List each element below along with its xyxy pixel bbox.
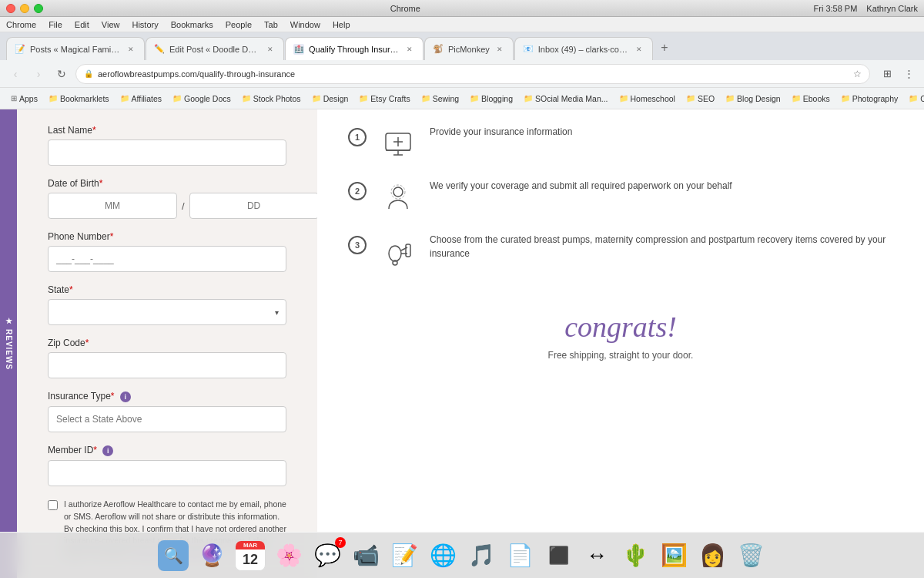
toolbar-icons: ⊞ ⋮ bbox=[878, 65, 918, 83]
dock-terminal[interactable]: ⬛ bbox=[541, 539, 575, 573]
menu-tab[interactable]: Tab bbox=[264, 20, 278, 29]
dock-chrome[interactable]: 🌐 bbox=[426, 539, 460, 573]
menu-help[interactable]: Help bbox=[333, 20, 350, 29]
menu-file[interactable]: File bbox=[49, 20, 62, 29]
reload-button[interactable]: ↻ bbox=[52, 65, 71, 83]
url-bar[interactable]: 🔒 aeroflowbreastpumps.com/qualify-throug… bbox=[75, 64, 870, 84]
lock-icon: 🔒 bbox=[84, 69, 93, 78]
svg-text:🔍: 🔍 bbox=[164, 546, 183, 565]
dock-spotify[interactable]: 🎵 bbox=[464, 539, 498, 573]
dock-siri[interactable]: 🔮 bbox=[195, 539, 229, 573]
step-2: 2 We verify your coverage and submit all… bbox=[348, 179, 893, 217]
menu-view[interactable]: View bbox=[102, 20, 120, 29]
consent-checkbox[interactable] bbox=[48, 500, 58, 510]
bookmark-affiliates[interactable]: 📁 Affiliates bbox=[116, 92, 167, 106]
last-name-input[interactable] bbox=[48, 139, 286, 166]
bookmark-apps[interactable]: ⊞ Apps bbox=[6, 92, 42, 106]
tab-inbox[interactable]: 📧 Inbox (49) – clarks·condensed ✕ bbox=[514, 37, 653, 60]
menu-bookmarks[interactable]: Bookmarks bbox=[171, 20, 213, 29]
bookmark-star-icon[interactable]: ☆ bbox=[853, 69, 862, 79]
reviews-tab[interactable]: ★ REVIEWS bbox=[0, 109, 17, 578]
folder-icon-12: 📁 bbox=[725, 94, 735, 102]
bookmark-ebooks[interactable]: 📁 Ebooks bbox=[787, 92, 835, 106]
tab-close-inbox[interactable]: ✕ bbox=[634, 44, 644, 55]
tab-close-edit[interactable]: ✕ bbox=[265, 44, 276, 55]
folder-icon-2: 📁 bbox=[120, 94, 129, 102]
tab-label-picmonkey: PicMonkey bbox=[448, 45, 490, 54]
tab-picmonkey[interactable]: 🐒 PicMonkey ✕ bbox=[424, 37, 514, 60]
insurance-info-icon[interactable]: i bbox=[120, 391, 131, 402]
new-tab-button[interactable]: + bbox=[654, 37, 675, 59]
zip-input[interactable] bbox=[48, 352, 286, 378]
dob-month-input[interactable] bbox=[48, 193, 177, 219]
folder-icon-8: 📁 bbox=[470, 94, 479, 102]
bookmark-homeschool[interactable]: 📁 Homeschool bbox=[614, 92, 680, 106]
tab-label-edit: Edit Post « Doodle Dogs 101 – bbox=[169, 45, 260, 54]
insurance-type-input[interactable] bbox=[48, 406, 286, 432]
tab-favicon-inbox: 📧 bbox=[523, 44, 534, 55]
bookmark-sewing[interactable]: 📁 Sewing bbox=[417, 92, 464, 106]
tab-close-qualify[interactable]: ✕ bbox=[404, 44, 415, 55]
zip-label: Zip Code* bbox=[48, 338, 286, 348]
dock-finder[interactable]: 🔍 bbox=[156, 539, 190, 573]
dock-profile[interactable]: 👩 bbox=[695, 539, 729, 573]
dock-facetime[interactable]: 📹 bbox=[349, 539, 383, 573]
tab-favicon-edit: ✏️ bbox=[154, 44, 165, 55]
bookmark-seo[interactable]: 📁 SEO bbox=[681, 92, 719, 106]
dock-bar: 🔍 🔮 MAR 12 🌸 💬 7 📹 📝 🌐 🎵 📄 ⬛ ↔️ 🌵 🖼️ 👩 🗑… bbox=[0, 532, 924, 578]
step-3-text: Choose from the curated breast pumps, ma… bbox=[430, 233, 893, 260]
time-display: Fri 3:58 PM bbox=[814, 4, 858, 13]
dock-notes[interactable]: 📝 bbox=[387, 539, 421, 573]
tab-close-posts[interactable]: ✕ bbox=[126, 44, 136, 55]
step-2-text: We verify your coverage and submit all r… bbox=[430, 179, 893, 193]
reviews-star-icon: ★ bbox=[5, 317, 13, 326]
dock-trash[interactable]: 🗑️ bbox=[734, 539, 768, 573]
bookmark-blogging[interactable]: 📁 Blogging bbox=[465, 92, 517, 106]
bookmark-photography[interactable]: 📁 Photography bbox=[836, 92, 903, 106]
required-star-dob: * bbox=[99, 178, 103, 189]
breast-pump-icon bbox=[381, 235, 415, 269]
tab-close-picmonkey[interactable]: ✕ bbox=[494, 44, 505, 55]
bookmark-design[interactable]: 📁 Design bbox=[307, 92, 353, 106]
dock-reflector[interactable]: ↔️ bbox=[580, 539, 614, 573]
bookmark-etsy[interactable]: 📁 Etsy Crafts bbox=[354, 92, 414, 106]
forward-button[interactable]: › bbox=[29, 65, 48, 83]
bookmark-stock-photos[interactable]: 📁 Stock Photos bbox=[237, 92, 306, 106]
menu-history[interactable]: History bbox=[132, 20, 158, 29]
bookmark-other[interactable]: 📁 Other Bookmarks bbox=[904, 92, 924, 106]
tab-favicon-posts: 📝 bbox=[15, 44, 25, 55]
bookmark-social[interactable]: 📁 SOcial Media Man... bbox=[519, 92, 613, 106]
phone-input[interactable] bbox=[48, 246, 286, 272]
dock-photo-viewer[interactable]: 🖼️ bbox=[657, 539, 691, 573]
member-id-input[interactable] bbox=[48, 460, 286, 486]
url-text: aeroflowbreastpumps.com/qualify-through-… bbox=[98, 69, 849, 79]
congrats-section: congrats! Free shipping, straight to you… bbox=[348, 294, 893, 376]
dock-cactus[interactable]: 🌵 bbox=[618, 539, 652, 573]
congrats-title: congrats! bbox=[348, 310, 893, 344]
folder-icon-5: 📁 bbox=[312, 94, 321, 102]
dob-inputs: / / bbox=[48, 193, 286, 219]
tab-label-posts: Posts « Magical Family Travel · bbox=[30, 45, 121, 54]
dock-calendar[interactable]: MAR 12 bbox=[233, 539, 267, 573]
bookmark-bookmarklets[interactable]: 📁 Bookmarklets bbox=[44, 92, 114, 106]
dock-messages[interactable]: 💬 7 bbox=[310, 539, 344, 573]
menu-icon[interactable]: ⋮ bbox=[899, 65, 918, 83]
dob-day-input[interactable] bbox=[189, 193, 317, 219]
menu-chrome[interactable]: Chrome bbox=[6, 20, 36, 29]
extensions-icon[interactable]: ⊞ bbox=[878, 65, 896, 83]
member-id-info-icon[interactable]: i bbox=[102, 445, 113, 456]
folder-icon-6: 📁 bbox=[359, 94, 368, 102]
state-select[interactable] bbox=[48, 299, 286, 325]
tab-qualify[interactable]: 🏥 Qualify Through Insurance ✕ bbox=[285, 37, 424, 60]
back-button[interactable]: ‹ bbox=[6, 65, 25, 83]
tab-posts[interactable]: 📝 Posts « Magical Family Travel · ✕ bbox=[6, 37, 145, 60]
tab-edit[interactable]: ✏️ Edit Post « Doodle Dogs 101 – ✕ bbox=[146, 37, 284, 60]
menu-window[interactable]: Window bbox=[290, 20, 320, 29]
menu-people[interactable]: People bbox=[226, 20, 252, 29]
bookmark-google-docs[interactable]: 📁 Google Docs bbox=[168, 92, 236, 106]
dock-photos[interactable]: 🌸 bbox=[272, 539, 306, 573]
svg-point-6 bbox=[393, 187, 403, 197]
menu-edit[interactable]: Edit bbox=[75, 20, 89, 29]
dock-acrobat[interactable]: 📄 bbox=[503, 539, 537, 573]
bookmark-blog-design[interactable]: 📁 Blog Design bbox=[721, 92, 785, 106]
